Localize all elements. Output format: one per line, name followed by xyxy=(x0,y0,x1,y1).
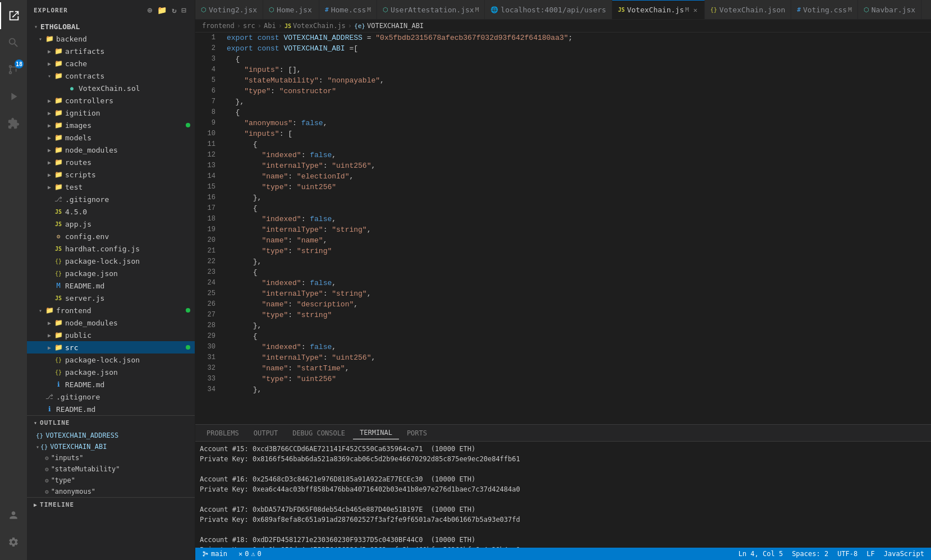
tree-item-root-gitignore[interactable]: ⎇ .gitignore xyxy=(27,391,195,403)
new-file-icon[interactable]: ⊕ xyxy=(146,4,154,16)
refresh-icon[interactable]: ↻ xyxy=(171,4,178,16)
status-position[interactable]: Ln 4, Col 5 xyxy=(736,550,785,558)
tree-item-cache[interactable]: ▶ 📁 cache xyxy=(27,57,195,70)
status-errors[interactable]: ✕ 0 ⚠ 0 xyxy=(236,550,264,558)
tree-item-frontend-package-lock[interactable]: {} package-lock.json xyxy=(27,354,195,366)
js-tab-icon: JS xyxy=(618,7,625,13)
timeline-header[interactable]: ▶ TIMELINE xyxy=(27,498,195,512)
outline-item-type[interactable]: ⚙ "type" xyxy=(27,475,195,486)
terminal-tab-output[interactable]: OUTPUT xyxy=(247,427,285,439)
outline-item-inputs[interactable]: ⚙ "inputs" xyxy=(27,452,195,463)
outline-item-anonymous[interactable]: ⚙ "anonymous" xyxy=(27,486,195,497)
status-spaces[interactable]: Spaces: 2 xyxy=(790,550,831,558)
tree-item-root-readme[interactable]: ℹ README.md xyxy=(27,403,195,415)
tree-item-public[interactable]: ▶ 📁 public xyxy=(27,329,195,341)
tree-item-scripts[interactable]: ▶ 📁 scripts xyxy=(27,168,195,181)
tree-item-artifacts[interactable]: ▶ 📁 artifacts xyxy=(27,45,195,57)
breadcrumb-abi-const[interactable]: {e} VOTEXCHAIN_ABI xyxy=(354,22,424,30)
terminal-tabs-bar: PROBLEMS OUTPUT DEBUG CONSOLE TERMINAL P… xyxy=(195,425,931,442)
status-branch[interactable]: main xyxy=(200,550,230,558)
outline-item-statemutability[interactable]: ⚙ "stateMutability" xyxy=(27,463,195,475)
new-folder-icon[interactable]: 📁 xyxy=(156,4,168,16)
breadcrumb-abi[interactable]: Abi xyxy=(264,22,276,30)
tree-item-450[interactable]: JS 4.5.0 xyxy=(27,205,195,218)
tree-item-serverjs[interactable]: JS server.js xyxy=(27,292,195,304)
tree-item-gitignore[interactable]: ⎇ .gitignore xyxy=(27,193,195,205)
breadcrumb-src[interactable]: src xyxy=(243,22,255,30)
tab-label: VotexChain.js xyxy=(627,6,684,14)
outline-item-abi[interactable]: ▾ {} VOTEXCHAIN_ABI xyxy=(27,441,195,452)
collapse-icon[interactable]: ⊟ xyxy=(181,4,188,16)
tree-item-frontend-package-json[interactable]: {} package.json xyxy=(27,366,195,378)
tree-item-hardhat[interactable]: JS hardhat.config.js xyxy=(27,242,195,255)
tree-item-frontend-readme[interactable]: ℹ README.md xyxy=(27,378,195,391)
tree-item-node-modules[interactable]: ▶ 📁 node_modules xyxy=(27,144,195,156)
code-content: export const VOTEXCHAIN_ADDRESS = "0x5fb… xyxy=(224,33,931,424)
tree-item-votexchain-sol[interactable]: ● VotexChain.sol xyxy=(27,82,195,94)
json-tab-icon: {} xyxy=(710,7,717,13)
terminal-tab-problems[interactable]: PROBLEMS xyxy=(200,427,246,439)
tab-label: UserAttestation.jsx xyxy=(391,6,474,14)
run-activity-item[interactable] xyxy=(0,83,27,110)
breadcrumb-frontend[interactable]: frontend xyxy=(202,22,235,30)
status-language[interactable]: JavaScript xyxy=(882,550,927,558)
folder-icon: 📁 xyxy=(54,318,63,327)
tree-item-backend[interactable]: ▾ 📁 backend xyxy=(27,33,195,45)
tree-item-src[interactable]: ▶ 📁 src xyxy=(27,341,195,354)
tree-item-appjs[interactable]: JS app.js xyxy=(27,218,195,230)
tab-votexchain-js[interactable]: JS VotexChain.js M ✕ xyxy=(612,0,705,20)
tab-navbar[interactable]: ⬡ Navbar.jsx xyxy=(858,0,921,20)
tree-item-routes[interactable]: ▶ 📁 routes xyxy=(27,156,195,168)
tree-item-test[interactable]: ▶ 📁 test xyxy=(27,181,195,193)
tree-item-controllers[interactable]: ▶ 📁 controllers xyxy=(27,94,195,107)
outline-prop-icon: ⚙ xyxy=(45,477,49,484)
tab-userattestation[interactable]: ⬡ UserAttestation.jsx M xyxy=(377,0,485,20)
tree-item-label: app.js xyxy=(65,220,91,228)
explorer-activity-item[interactable] xyxy=(0,2,27,29)
code-editor[interactable]: 1 2 3 4 5 6 7 8 9 10 11 12 13 14 15 16 1 xyxy=(195,33,931,424)
lightbulb-icon[interactable]: 💡 xyxy=(224,65,226,75)
tree-item-frontend-node-modules[interactable]: ▶ 📁 node_modules xyxy=(27,316,195,329)
tree-item-configenv[interactable]: ⚙ config.env xyxy=(27,230,195,242)
tab-localhost[interactable]: 🌐 localhost:4001/api/users xyxy=(485,0,612,20)
tab-homejsx[interactable]: ⬡ Home.jsx xyxy=(263,0,319,20)
code-line-25: "internalType": "string", xyxy=(227,288,931,299)
tree-item-frontend[interactable]: ▾ 📁 frontend xyxy=(27,304,195,316)
line-num-4: 4 xyxy=(200,65,215,75)
tab-votingcss[interactable]: # Voting.css M xyxy=(791,0,858,20)
tree-root-ethglobal[interactable]: ▾ ETHGLOBAL xyxy=(27,20,195,33)
outline-header[interactable]: ▾ OUTLINE xyxy=(27,416,195,430)
outline-item-address[interactable]: {} VOTEXCHAIN_ADDRESS xyxy=(27,430,195,441)
tree-item-models[interactable]: ▶ 📁 models xyxy=(27,131,195,144)
extensions-activity-item[interactable] xyxy=(0,110,27,137)
terminal-tab-ports[interactable]: PORTS xyxy=(400,427,434,439)
status-line-ending[interactable]: LF xyxy=(864,550,877,558)
tab-close-icon[interactable]: ✕ xyxy=(692,6,699,15)
jsx-tab-icon: ⬡ xyxy=(201,6,207,13)
terminal-content[interactable]: Account #15: 0xcd3B766CCDd6AE721141F452C… xyxy=(195,442,931,548)
tree-item-ignition[interactable]: ▶ 📁 ignition xyxy=(27,107,195,119)
tree-item-readme[interactable]: M README.md xyxy=(27,279,195,292)
tree-item-package-lock[interactable]: {} package-lock.json xyxy=(27,255,195,267)
breadcrumb-votexchain[interactable]: JS VotexChain.js xyxy=(285,22,346,30)
tree-item-contracts[interactable]: ▾ 📁 contracts xyxy=(27,70,195,82)
tab-homecss[interactable]: # Home.css M xyxy=(319,0,377,20)
status-encoding[interactable]: UTF-8 xyxy=(835,550,860,558)
source-control-activity-item[interactable]: 18 xyxy=(0,56,27,83)
jsx-tab-icon: ⬡ xyxy=(864,6,869,13)
settings-activity-item[interactable] xyxy=(0,529,27,556)
arrow-icon: ▶ xyxy=(45,48,54,54)
account-activity-item[interactable] xyxy=(0,502,27,529)
sidebar-title: EXPLORER xyxy=(34,7,68,14)
tab-votexchain-json[interactable]: {} VotexChain.json xyxy=(705,0,791,20)
tree-item-package-json[interactable]: {} package.json xyxy=(27,267,195,279)
search-activity-item[interactable] xyxy=(0,29,27,56)
tree-item-images[interactable]: ▶ 📁 images xyxy=(27,119,195,131)
folder-icon: 📁 xyxy=(54,182,63,191)
tab-voting2[interactable]: ⬡ Voting2.jsx xyxy=(195,0,263,20)
code-line-15: "type": "uint256" xyxy=(227,182,931,192)
terminal-tab-debug[interactable]: DEBUG CONSOLE xyxy=(286,427,352,439)
branch-icon xyxy=(202,550,209,557)
line-num-21: 21 xyxy=(200,246,215,256)
terminal-tab-terminal[interactable]: TERMINAL xyxy=(353,426,399,439)
